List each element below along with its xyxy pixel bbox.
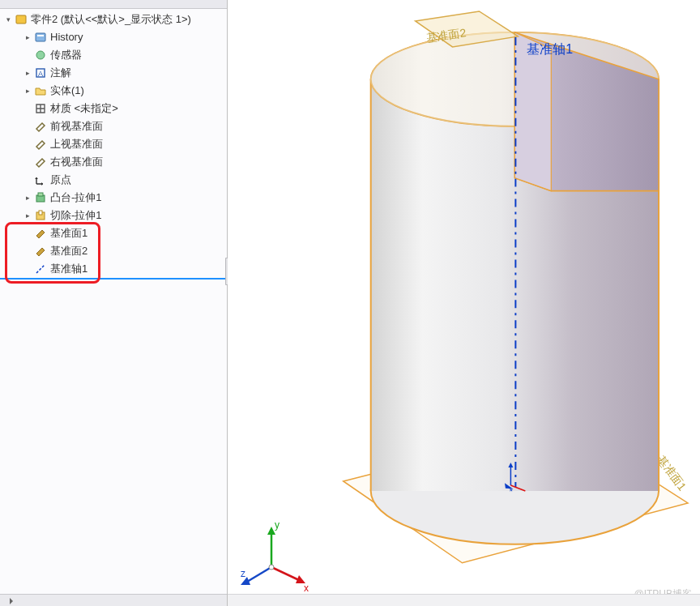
model-canvas[interactable]: 基准面1: [228, 0, 700, 605]
expander-icon[interactable]: [23, 157, 32, 167]
tree-item-label: 原点: [50, 171, 71, 189]
svg-line-12: [36, 265, 45, 273]
view-triad[interactable]: y x z: [241, 519, 314, 591]
expander-icon[interactable]: [23, 175, 32, 185]
part-icon: [15, 13, 28, 26]
expander-icon[interactable]: [23, 246, 32, 256]
feature-tree[interactable]: ▾ 零件2 (默认<<默认>_显示状态 1>) ▸History传感器▸A注解▸…: [0, 9, 227, 594]
tree-item-1[interactable]: 传感器: [0, 46, 227, 64]
viewport-footer: [228, 594, 700, 606]
feature-tree-panel: ▾ 零件2 (默认<<默认>_显示状态 1>) ▸History传感器▸A注解▸…: [0, 0, 228, 606]
svg-rect-2: [37, 35, 44, 36]
axis-icon: [34, 262, 47, 275]
root-label: 零件2 (默认<<默认>_显示状态 1>): [31, 11, 191, 28]
svg-point-29: [269, 565, 274, 570]
tree-item-0[interactable]: ▸History: [0, 28, 227, 46]
svg-rect-1: [36, 33, 45, 41]
collapse-icon[interactable]: ▾: [3, 15, 13, 24]
tree-item-label: 实体(1): [50, 82, 84, 100]
tree-item-13[interactable]: 基准轴1: [0, 260, 227, 278]
sensor-icon: [34, 49, 47, 62]
svg-point-3: [36, 51, 45, 59]
expander-icon[interactable]: [23, 50, 32, 60]
tree-item-3[interactable]: ▸实体(1): [0, 82, 227, 100]
tree-item-9[interactable]: ▸凸台-拉伸1: [0, 189, 227, 207]
expander-icon[interactable]: ▸: [23, 68, 32, 78]
rollback-bar[interactable]: [0, 278, 227, 280]
mat-icon: [34, 102, 47, 115]
tree-item-label: History: [50, 28, 83, 46]
triad-x-label: x: [304, 583, 309, 591]
tree-item-6[interactable]: 上视基准面: [0, 135, 227, 153]
svg-rect-0: [16, 15, 26, 23]
svg-line-27: [247, 567, 271, 582]
tree-header: [0, 0, 227, 9]
tree-item-8[interactable]: 原点: [0, 171, 227, 189]
svg-marker-7: [35, 177, 38, 179]
svg-text:*: *: [509, 486, 513, 497]
triad-z-label: z: [241, 568, 245, 579]
tree-item-label: 基准面1: [50, 224, 88, 242]
tree-item-10[interactable]: ▸切除-拉伸1: [0, 207, 227, 224]
folder-icon: [34, 84, 47, 97]
tree-item-4[interactable]: 材质 <未指定>: [0, 100, 227, 117]
tree-item-label: 切除-拉伸1: [50, 207, 102, 224]
expander-icon[interactable]: ▸: [23, 32, 32, 42]
graphics-viewport[interactable]: 基准面1: [228, 0, 700, 606]
tree-item-label: 注解: [50, 64, 71, 82]
expander-icon[interactable]: ▸: [23, 86, 32, 96]
datplane-icon: [34, 227, 47, 240]
svg-rect-11: [39, 211, 42, 215]
svg-marker-6: [41, 182, 43, 186]
svg-rect-9: [38, 193, 43, 196]
plane-icon: [34, 156, 47, 169]
svg-line-25: [271, 567, 299, 580]
tree-item-5[interactable]: 前视基准面: [0, 117, 227, 135]
tree-item-label: 前视基准面: [50, 117, 103, 135]
plane-icon: [34, 138, 47, 151]
axis1-label: 基准轴1: [527, 42, 573, 56]
tree-item-11[interactable]: 基准面1: [0, 224, 227, 242]
tree-item-label: 基准面2: [50, 242, 88, 260]
tree-item-12[interactable]: 基准面2: [0, 242, 227, 260]
tree-footer: [0, 594, 227, 606]
tree-item-label: 凸台-拉伸1: [50, 189, 102, 207]
expander-icon[interactable]: ▸: [23, 211, 32, 220]
tree-item-label: 基准轴1: [50, 260, 88, 278]
expander-icon[interactable]: [23, 264, 32, 274]
plane-icon: [34, 120, 47, 133]
expander-icon[interactable]: [23, 228, 32, 238]
tree-item-label: 右视基准面: [50, 153, 103, 171]
tree-item-label: 材质 <未指定>: [50, 100, 118, 117]
expander-icon[interactable]: [23, 122, 32, 131]
boss-icon: [34, 191, 47, 204]
datplane-icon: [34, 245, 47, 258]
expander-icon[interactable]: [23, 139, 32, 149]
tree-item-label: 上视基准面: [50, 135, 103, 153]
cut-icon: [34, 209, 47, 222]
hist-icon: [34, 31, 47, 44]
expander-icon[interactable]: [23, 104, 32, 113]
origin-icon: [34, 173, 47, 186]
svg-text:A: A: [38, 70, 43, 78]
expander-icon[interactable]: ▸: [23, 193, 32, 203]
note-icon: A: [34, 66, 47, 79]
triad-y-label: y: [275, 519, 280, 531]
tree-item-label: 传感器: [50, 46, 82, 64]
tree-item-2[interactable]: ▸A注解: [0, 64, 227, 82]
tree-root[interactable]: ▾ 零件2 (默认<<默认>_显示状态 1>): [0, 11, 227, 28]
tree-item-7[interactable]: 右视基准面: [0, 153, 227, 171]
